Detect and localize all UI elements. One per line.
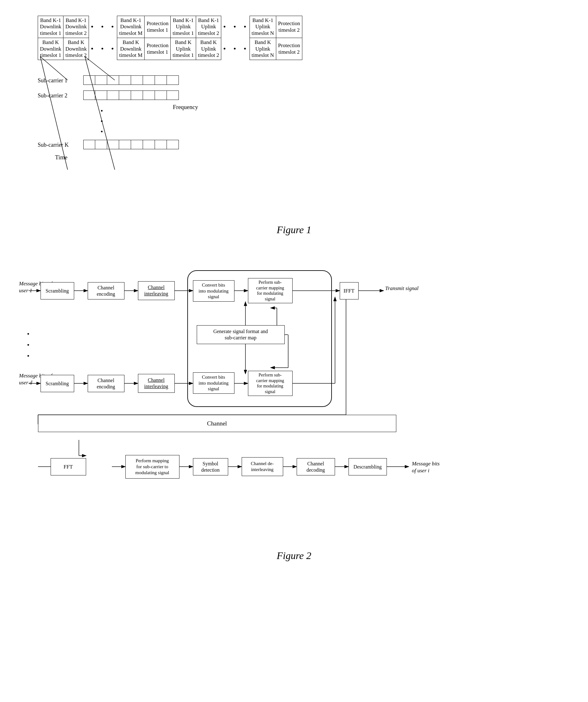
cell-r1c1: Band K-1Downlinktimeslot 1 [38, 16, 64, 38]
interleaving1-block: Channelinterleaving [138, 281, 175, 300]
convertd-block: Convert bitsinto modulatingsignal [193, 372, 234, 394]
scrambling1-block: Scrambling [40, 282, 74, 300]
scramblingd-block: Scrambling [40, 375, 74, 392]
figure2-caption: Figure 2 [277, 550, 312, 561]
descrambling-block: Descrambling [349, 458, 387, 475]
dots1: • • • [89, 16, 117, 38]
time-label: Time [55, 154, 67, 161]
symboldet-block: Symboldetection [193, 458, 228, 475]
ifft-block: IFFT [340, 282, 359, 300]
interleavingd-block: Channelinterleaving [138, 374, 175, 393]
cell-r2c10: Protectiontimeslot 2 [276, 38, 302, 60]
encodingd-block: Channelencoding [88, 375, 124, 392]
dots4: • • • [221, 38, 249, 60]
subcarrier2-label: Sub-carrier 2 [38, 92, 67, 99]
figure2-section: • • • Message bits of user 1 Scrambling … [19, 261, 569, 562]
subcarrierk-label: Sub-carrier K [38, 142, 69, 148]
cell-r1c5: Protectiontimeslot 1 [144, 16, 170, 38]
cell-r1c7: Band K-1Uplinktimeslot 2 [196, 16, 221, 38]
dots2: • • • [221, 16, 249, 38]
frequency-label: Frequency [173, 104, 198, 111]
fft-block: FFT [50, 458, 86, 475]
top-grid: Band K-1Downlinktimeslot 1 Band K-1Downl… [38, 16, 302, 60]
cell-r2c6: Band KUplinktimeslot 1 [170, 38, 196, 60]
submap1-block: Perform sub-carrier mappingfor modulatin… [248, 278, 292, 303]
cell-r1c4: Band K-1Downlinktimeslot M [117, 16, 144, 38]
cell-r1c6: Band K-1Uplinktimeslot 1 [170, 16, 196, 38]
submapd-block: Perform sub-carrier mappingfor modulatin… [248, 371, 292, 396]
encoding1-block: Channelencoding [88, 282, 124, 300]
useri-label: Message bitsof user i [412, 460, 440, 474]
cell-r1c2: Band K-1Downlinktimeslot 2 [64, 16, 89, 38]
cell-r2c4: Band KDownlinktimeslot M [117, 38, 144, 60]
cell-r2c7: Band KUplinktimeslot 2 [196, 38, 221, 60]
figure1-caption: Figure 1 [277, 224, 312, 235]
permapping-block: Perform mappingfor sub-carrier tomodulat… [125, 455, 180, 479]
cell-r1c9: Band K-1Uplinktimeslot N [249, 16, 276, 38]
dots3: • • • [89, 38, 117, 60]
subcarrier1-label: Sub-carrier 1 [38, 77, 67, 84]
cell-r1c10: Protectiontimeslot 2 [276, 16, 302, 38]
fig2-container: • • • Message bits of user 1 Scrambling … [19, 261, 569, 544]
cell-r2c5: Protectiontimeslot 1 [144, 38, 170, 60]
svg-text:•: • [27, 352, 29, 360]
cell-r2c2: Band KDownlinktimeslot 2 [64, 38, 89, 60]
gensig-block: Generate signal format andsub-carrier ma… [197, 325, 285, 344]
page: Band K-1Downlinktimeslot 1 Band K-1Downl… [0, 0, 588, 702]
figure1-section: Band K-1Downlinktimeslot 1 Band K-1Downl… [19, 13, 569, 226]
cell-r2c1: Band KDownlinktimeslot 1 [38, 38, 64, 60]
decoding-block: Channeldecoding [297, 458, 335, 475]
convert1-block: Convert bitsinto modulatingsignal [193, 280, 234, 302]
deinterleaving-block: Channel de-interleaving [242, 457, 283, 476]
transmit-signal-label: Transmit signal [385, 285, 419, 291]
svg-text:•: • [27, 330, 29, 338]
cell-r2c9: Band KUplinktimeslot N [249, 38, 276, 60]
svg-text:•: • [27, 341, 29, 349]
channel-block: Channel [38, 415, 396, 432]
